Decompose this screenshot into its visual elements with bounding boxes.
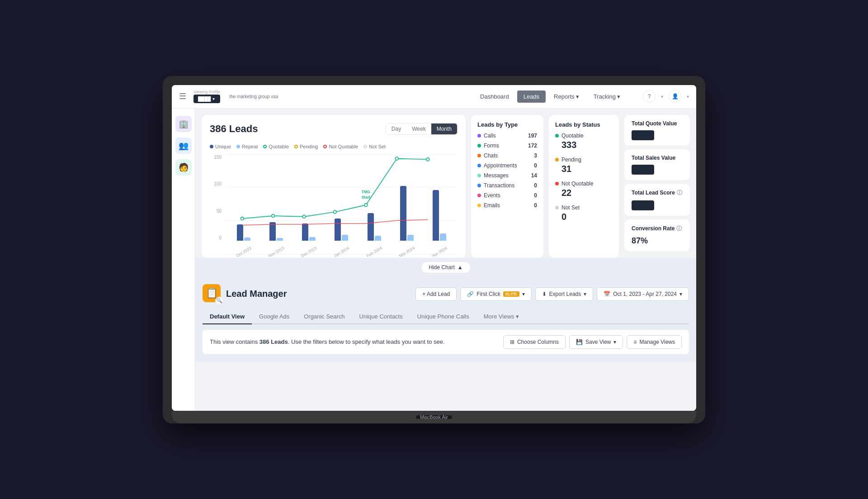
bar-repeat xyxy=(342,235,348,241)
sidebar-building-icon[interactable]: 🏢 xyxy=(175,116,192,132)
nav-right: ? ▾ 👤 ▾ xyxy=(643,90,689,103)
calendar-icon: 📅 xyxy=(604,291,610,297)
type-row: Messages 14 xyxy=(477,172,537,179)
x-axis-label: Apr 2024 xyxy=(431,246,448,258)
user-button[interactable]: 👤 xyxy=(669,90,681,103)
status-dot xyxy=(555,206,559,209)
type-row: Emails 0 xyxy=(477,202,537,209)
status-label-row: Not Set xyxy=(555,204,613,211)
first-click-button[interactable]: 🔗 First Click ELITE ▾ xyxy=(460,287,531,301)
date-range-button[interactable]: 📅 Oct 1, 2023 - Apr 27, 2024 ▾ xyxy=(597,287,689,301)
profile-button[interactable]: ████ ▾ xyxy=(193,95,220,103)
bar-chart: 150 100 50 0 Oct 2023Nov 2023Dec 2023Jan… xyxy=(210,155,458,254)
chart-legend: Unique Repeat Quotable xyxy=(210,144,458,149)
hide-chart-bar: Hide Chart ▲ xyxy=(195,258,696,277)
choose-columns-label: Choose Columns xyxy=(517,339,559,345)
type-count: 172 xyxy=(528,143,537,149)
bar-repeat xyxy=(277,238,283,240)
nav-reports[interactable]: Reports ▾ xyxy=(547,90,585,103)
info-icon: ⓘ xyxy=(677,189,682,197)
chevron-down-icon: ▾ xyxy=(584,291,586,297)
tab-default-view[interactable]: Default View xyxy=(203,309,252,324)
legend-dot xyxy=(294,145,298,148)
chevron-down-icon: ▾ xyxy=(522,291,525,297)
sidebar-person-icon[interactable]: 🧑 xyxy=(175,159,192,176)
tab-more-views[interactable]: More Views ▾ xyxy=(476,309,527,324)
status-label-row: Pending xyxy=(555,157,613,163)
type-dot xyxy=(477,144,481,147)
charts-row: 386 Leads Day Week Month Unique xyxy=(195,109,696,258)
type-dot xyxy=(477,204,481,207)
status-count: 31 xyxy=(561,164,613,174)
type-dot xyxy=(477,184,481,187)
type-count: 0 xyxy=(534,182,537,189)
status-block: Not Set 0 xyxy=(555,204,613,222)
tab-unique-contacts[interactable]: Unique Contacts xyxy=(352,309,410,324)
export-leads-button[interactable]: ⬇ Export Leads ▾ xyxy=(535,287,594,301)
lead-manager-title: Lead Manager xyxy=(226,289,287,299)
hide-chart-button[interactable]: Hide Chart ▲ xyxy=(421,261,470,273)
bar-repeat xyxy=(309,237,316,241)
x-axis-label: Feb 2024 xyxy=(366,246,383,258)
nav-tracking[interactable]: Tracking ▾ xyxy=(587,90,627,103)
manage-views-label: Manage Views xyxy=(640,339,675,345)
chevron-down-icon: ▾ xyxy=(576,93,579,100)
status-label-row: Not Quotable xyxy=(555,181,613,187)
hide-chart-label: Hide Chart xyxy=(429,264,454,271)
list-icon: ≡ xyxy=(633,339,637,345)
type-dot xyxy=(477,164,481,167)
content-area: 386 Leads Day Week Month Unique xyxy=(195,109,696,411)
month-btn[interactable]: Month xyxy=(431,124,457,134)
bar-repeat xyxy=(375,236,381,240)
day-btn[interactable]: Day xyxy=(386,124,406,134)
manage-views-button[interactable]: ≡ Manage Views xyxy=(627,335,682,349)
sidebar-users-icon[interactable]: 👥 xyxy=(175,138,192,154)
type-label: Events xyxy=(477,192,500,199)
status-count: 22 xyxy=(561,188,613,198)
save-view-button[interactable]: 💾 Save View ▾ xyxy=(569,335,623,349)
filter-text: This view contains 386 Leads. Use the fi… xyxy=(210,338,445,345)
nav-dashboard[interactable]: Dashboard xyxy=(474,90,515,103)
legend-dot xyxy=(236,145,240,148)
total-sales-card: Total Sales Value xyxy=(624,149,690,180)
bar-repeat xyxy=(244,238,250,240)
bar-repeat xyxy=(440,233,446,240)
help-button[interactable]: ? xyxy=(643,90,656,103)
type-dot xyxy=(477,174,481,177)
date-range-label: Oct 1, 2023 - Apr 27, 2024 xyxy=(613,291,677,297)
lead-manager-title-area: 📋 🔍 Lead Manager xyxy=(203,284,287,304)
chart-line-overlay: TMG Start xyxy=(226,155,458,228)
filter-actions: ⊞ Choose Columns 💾 Save View ▾ ≡ Manage … xyxy=(503,335,682,349)
status-block: Not Quotable 22 xyxy=(555,181,613,198)
conversion-card: Conversion Rate ⓘ 87% xyxy=(624,219,690,251)
add-lead-button[interactable]: + Add Lead xyxy=(415,287,457,301)
legend-not-quotable: Not Quotable xyxy=(323,144,358,149)
total-quote-label: Total Quote Value xyxy=(632,120,683,127)
week-btn[interactable]: Week xyxy=(406,124,431,134)
legend-quotable: Quotable xyxy=(263,144,289,149)
lead-manager-icon-wrapper: 📋 🔍 xyxy=(203,284,222,304)
type-label: Forms xyxy=(477,143,499,149)
chevron-down-icon: ▾ xyxy=(679,291,682,297)
svg-point-6 xyxy=(426,157,429,161)
x-axis-label: Nov 2023 xyxy=(268,246,285,258)
y-axis-labels: 150 100 50 0 xyxy=(210,155,223,241)
legend-dot xyxy=(263,145,267,148)
type-label: Appointments xyxy=(477,162,517,169)
leads-by-status-card: Leads by Status Quotable 333 Pending 31 … xyxy=(549,115,619,258)
nav-leads[interactable]: Leads xyxy=(517,90,546,103)
bar-repeat xyxy=(407,235,414,241)
tab-google-ads[interactable]: Google Ads xyxy=(252,309,297,324)
brand-area: Viewing Profile ████ ▾ xyxy=(193,90,220,103)
link-icon: 🔗 xyxy=(467,291,474,297)
svg-point-3 xyxy=(334,210,337,214)
type-count: 0 xyxy=(534,192,537,199)
menu-icon[interactable]: ☰ xyxy=(179,91,186,101)
total-score-label: Total Lead Score ⓘ xyxy=(632,189,683,197)
legend-dot xyxy=(210,145,213,148)
tab-unique-phone-calls[interactable]: Unique Phone Calls xyxy=(410,309,476,324)
choose-columns-button[interactable]: ⊞ Choose Columns xyxy=(503,335,566,349)
svg-text:TMG: TMG xyxy=(362,190,370,194)
tab-organic-search[interactable]: Organic Search xyxy=(297,309,352,324)
status-dot xyxy=(555,182,559,185)
